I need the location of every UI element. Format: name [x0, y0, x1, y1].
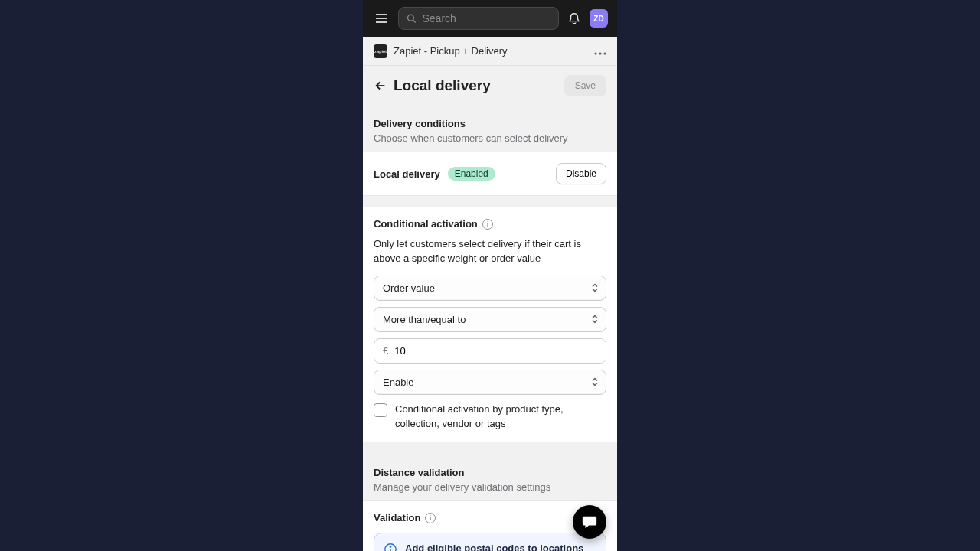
search-input[interactable]	[422, 12, 550, 24]
svg-point-7	[603, 52, 606, 54]
product-conditional-label: Conditional activation by product type, …	[395, 403, 606, 432]
app-bar: zapiet Zapiet - Pickup + Delivery	[363, 37, 617, 66]
info-icon[interactable]: i	[425, 513, 436, 523]
metric-select[interactable]: Order value	[374, 276, 606, 301]
validation-label: Validation	[374, 512, 420, 523]
product-conditional-checkbox[interactable]	[374, 403, 387, 417]
svg-point-5	[594, 52, 596, 54]
local-delivery-card: Local delivery Enabled Disable	[363, 152, 617, 196]
svg-line-4	[413, 20, 416, 22]
search-icon	[407, 13, 416, 24]
save-button[interactable]: Save	[564, 75, 606, 96]
chat-button[interactable]	[573, 505, 606, 539]
conditional-title: Conditional activation	[374, 218, 478, 230]
svg-point-6	[599, 52, 601, 54]
info-banner: Add eligible postal codes to locations E…	[374, 533, 606, 551]
search-input-wrap[interactable]	[398, 7, 559, 30]
page-header: Local delivery Save	[363, 66, 617, 107]
avatar[interactable]: ZD	[590, 9, 608, 28]
action-select[interactable]: Enable	[374, 370, 606, 395]
svg-point-11	[390, 546, 390, 547]
app-icon: zapiet	[374, 44, 387, 58]
back-button[interactable]	[374, 79, 387, 93]
section-title: Delivery conditions	[374, 118, 606, 129]
svg-point-3	[408, 15, 414, 21]
operator-select[interactable]: More than/equal to	[374, 307, 606, 332]
chat-icon	[581, 514, 598, 530]
arrow-left-icon	[374, 79, 387, 93]
info-circle-icon	[384, 543, 397, 551]
section-subtitle: Choose when customers can select deliver…	[374, 132, 606, 144]
value-input-group: £	[374, 338, 606, 364]
distance-validation-header: Distance validation Manage your delivery…	[363, 453, 617, 500]
more-button[interactable]	[594, 45, 606, 57]
disable-button[interactable]: Disable	[556, 163, 606, 184]
delivery-conditions-header: Delivery conditions Choose when customer…	[363, 107, 617, 152]
local-delivery-label: Local delivery	[374, 168, 440, 180]
menu-button[interactable]	[372, 9, 390, 28]
conditional-activation-card: Conditional activation i Only let custom…	[363, 207, 617, 442]
page-title: Local delivery	[394, 77, 558, 94]
action-select-value: Enable	[383, 377, 413, 388]
banner-title: Add eligible postal codes to locations	[405, 543, 596, 551]
chevron-updown-icon	[592, 284, 598, 292]
chevron-updown-icon	[592, 378, 598, 386]
metric-select-value: Order value	[383, 282, 435, 294]
info-icon[interactable]: i	[482, 219, 493, 230]
operator-select-value: More than/equal to	[383, 314, 466, 325]
bell-icon	[567, 11, 581, 25]
app-name: Zapiet - Pickup + Delivery	[394, 45, 588, 57]
topbar: ZD	[363, 0, 617, 37]
conditional-description: Only let customers select delivery if th…	[374, 237, 606, 266]
hamburger-icon	[374, 11, 388, 25]
section-title: Distance validation	[374, 467, 606, 478]
status-badge: Enabled	[448, 167, 495, 181]
content-scroll[interactable]: Delivery conditions Choose when customer…	[363, 107, 617, 551]
value-input[interactable]	[391, 339, 606, 363]
notifications-button[interactable]	[567, 11, 582, 26]
currency-prefix: £	[374, 339, 391, 363]
dots-icon	[594, 52, 606, 55]
chevron-updown-icon	[592, 315, 598, 324]
section-subtitle: Manage your delivery validation settings	[374, 481, 606, 493]
